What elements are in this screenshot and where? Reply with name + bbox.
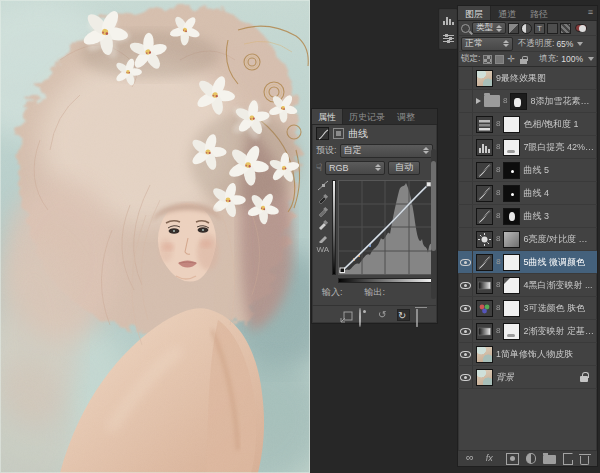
layer-mask-thumbnail[interactable] (503, 208, 520, 225)
hue-adjustment-thumbnail[interactable] (476, 116, 493, 133)
layer-mask-thumbnail[interactable] (503, 139, 520, 156)
panel-menu-icon[interactable]: ≡ (584, 6, 597, 20)
blend-mode-dropdown[interactable]: 正常 (461, 37, 513, 51)
pencil-curve-icon[interactable] (317, 232, 329, 243)
layer-mask-thumbnail[interactable] (503, 300, 520, 317)
lock-pixels-icon[interactable] (495, 55, 504, 64)
adjustments-panel-icon[interactable] (440, 30, 456, 46)
opacity-value[interactable]: 65% (556, 39, 573, 49)
group-expander-icon[interactable] (476, 98, 481, 104)
new-group-icon[interactable] (543, 455, 556, 464)
chain-link-icon[interactable] (466, 453, 479, 465)
curves-adjustment-thumbnail[interactable] (476, 185, 493, 202)
layer-row-13[interactable]: 1简单修饰人物皮肤 (458, 343, 597, 366)
clip-to-layer-icon[interactable] (333, 128, 344, 139)
layer-thumbnail[interactable] (476, 346, 493, 363)
channel-dropdown[interactable]: RGB (325, 161, 385, 175)
layer-visibility-toggle[interactable] (458, 113, 473, 135)
layer-visibility-toggle[interactable] (458, 343, 473, 365)
layer-visibility-toggle[interactable] (458, 274, 473, 296)
preset-dropdown[interactable]: 自定 (340, 144, 433, 158)
black-point-eyedropper-icon[interactable] (317, 193, 329, 204)
visibility-toggle-button[interactable] (359, 309, 372, 321)
layer-visibility-toggle[interactable] (458, 90, 473, 112)
levels-adjustment-thumbnail[interactable] (476, 139, 493, 156)
layer-row-12[interactable]: 82渐变映射 定基调... (458, 320, 597, 343)
adjustment-filter-icon[interactable] (521, 23, 532, 34)
brightness-adjustment-thumbnail[interactable] (476, 231, 493, 248)
mask-link-icon[interactable]: 8 (496, 189, 500, 197)
smooth-curve-icon[interactable]: WA (317, 245, 329, 256)
adjustment-layer-icon[interactable] (526, 453, 537, 464)
layer-row-3[interactable]: 8色相/饱和度 1 (458, 113, 597, 136)
delete-layer-icon[interactable] (580, 456, 589, 465)
layer-mask-thumbnail[interactable] (503, 116, 520, 133)
shape-filter-icon[interactable] (547, 23, 558, 34)
gray-point-eyedropper-icon[interactable] (317, 206, 329, 217)
layer-row-6[interactable]: 8曲线 4 (458, 182, 597, 205)
layer-mask-thumbnail[interactable] (503, 162, 520, 179)
type-filter-icon[interactable]: T (534, 23, 545, 34)
fill-value[interactable]: 100% (561, 54, 583, 64)
layer-row-2[interactable]: 88添加雪花素材 过... (458, 90, 597, 113)
reset-button[interactable]: ↻ (397, 309, 410, 321)
layer-mask-thumbnail[interactable] (503, 323, 520, 340)
layer-row-5[interactable]: 8曲线 5 (458, 159, 597, 182)
layers-tab-通道[interactable]: 通道 (491, 6, 523, 20)
document-canvas[interactable] (0, 0, 310, 473)
gradient-adjustment-thumbnail[interactable] (476, 277, 493, 294)
properties-tab-属性[interactable]: 属性 (312, 109, 343, 124)
edit-points-icon[interactable] (317, 180, 329, 191)
histogram-panel-icon[interactable] (440, 12, 456, 28)
filter-toggle-switch[interactable] (575, 24, 587, 32)
layer-mask-thumbnail[interactable] (503, 254, 520, 271)
layer-mask-icon[interactable] (506, 453, 519, 465)
layer-row-14[interactable]: 背景 (458, 366, 597, 389)
mask-link-icon[interactable]: 8 (496, 120, 500, 128)
layer-row-4[interactable]: 87眼白提亮 42%透... (458, 136, 597, 159)
layer-visibility-toggle[interactable] (458, 136, 473, 158)
fx-icon[interactable] (486, 453, 499, 465)
layer-visibility-toggle[interactable] (458, 320, 473, 342)
gradient-adjustment-thumbnail[interactable] (476, 323, 493, 340)
pixel-filter-icon[interactable] (508, 23, 519, 34)
layer-mask-thumbnail[interactable] (503, 231, 520, 248)
mask-link-icon[interactable]: 8 (496, 143, 500, 151)
layer-row-7[interactable]: 8曲线 3 (458, 205, 597, 228)
mask-link-icon[interactable]: 8 (496, 258, 500, 266)
layer-row-8[interactable]: 86亮度/对比度 控... (458, 228, 597, 251)
properties-tab-历史记录[interactable]: 历史记录 (343, 109, 391, 124)
properties-tab-调整[interactable]: 调整 (391, 109, 421, 124)
curves-adjustment-thumbnail[interactable] (476, 162, 493, 179)
smart-filter-icon[interactable] (560, 23, 571, 34)
layer-thumbnail[interactable] (476, 70, 493, 87)
mask-link-icon[interactable]: 8 (503, 97, 507, 105)
mask-link-icon[interactable]: 8 (496, 212, 500, 220)
layer-row-9[interactable]: 85曲线 微调颜色 (458, 251, 597, 274)
layer-visibility-toggle[interactable] (458, 366, 473, 388)
layer-visibility-toggle[interactable] (458, 205, 473, 227)
layer-row-11[interactable]: 83可选颜色 肤色 (458, 297, 597, 320)
curves-adjustment-thumbnail[interactable] (476, 254, 493, 271)
layers-tab-路径[interactable]: 路径 (523, 6, 555, 20)
clip-to-layer-button[interactable] (340, 309, 353, 321)
layer-visibility-toggle[interactable] (458, 182, 473, 204)
lock-all-icon[interactable] (519, 55, 528, 64)
mask-link-icon[interactable]: 8 (496, 304, 500, 312)
auto-button[interactable]: 自动 (388, 161, 420, 175)
layer-thumbnail[interactable] (476, 369, 493, 386)
curves-grid[interactable] (338, 180, 433, 275)
curves-adjustment-thumbnail[interactable] (476, 208, 493, 225)
layer-visibility-toggle[interactable] (458, 251, 473, 273)
layer-mask-thumbnail[interactable] (510, 93, 527, 110)
layers-tab-图层[interactable]: 图层 (458, 6, 491, 20)
layer-row-1[interactable]: 9最终效果图 (458, 67, 597, 90)
mask-link-icon[interactable]: 8 (496, 235, 500, 243)
filter-kind-dropdown[interactable]: 类型 (472, 22, 506, 34)
layer-mask-thumbnail[interactable] (503, 277, 520, 294)
new-layer-icon[interactable] (563, 453, 573, 465)
delete-adjustment-button[interactable] (416, 309, 429, 321)
lock-position-icon[interactable] (507, 55, 516, 64)
lock-transparent-icon[interactable] (483, 55, 492, 64)
mask-link-icon[interactable]: 8 (496, 281, 500, 289)
